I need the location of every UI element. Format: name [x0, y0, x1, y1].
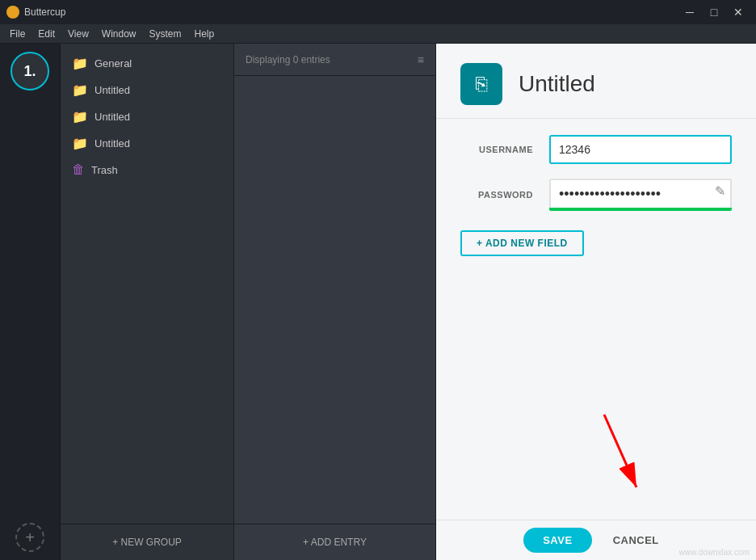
detail-header: ⎘ Untitled	[436, 44, 756, 119]
entry-icon-symbol: ⎘	[476, 73, 487, 95]
add-field-button[interactable]: + ADD NEW FIELD	[460, 230, 584, 256]
group-name: Untitled	[94, 137, 130, 149]
group-name: Untitled	[94, 84, 130, 96]
filter-icon[interactable]: ≡	[418, 53, 424, 66]
entry-panel: Displaying 0 entries ≡ + ADD ENTRY	[234, 44, 436, 560]
group-name: Untitled	[94, 111, 130, 123]
entry-header: Displaying 0 entries ≡	[234, 44, 435, 76]
entry-footer: + ADD ENTRY	[234, 524, 435, 560]
entry-title: Untitled	[519, 71, 595, 97]
menu-edit[interactable]: Edit	[32, 27, 61, 41]
save-button[interactable]: SAVE	[523, 528, 591, 553]
add-vault-icon: +	[25, 528, 35, 547]
svg-line-2	[604, 415, 636, 487]
menu-view[interactable]: View	[61, 27, 95, 41]
menu-help[interactable]: Help	[188, 27, 221, 41]
password-input[interactable]	[549, 179, 732, 208]
title-bar: Buttercup ─ □ ✕	[0, 0, 756, 24]
folder-icon: 📁	[72, 136, 88, 151]
folder-icon: 📁	[72, 109, 88, 124]
edit-password-icon: ✎	[715, 184, 725, 198]
menu-file[interactable]: File	[3, 27, 32, 41]
window-controls: ─ □ ✕	[678, 4, 750, 20]
username-row: USERNAME	[460, 135, 732, 164]
menu-system[interactable]: System	[143, 27, 188, 41]
vault-sidebar: 1. +	[0, 44, 61, 560]
username-input[interactable]	[549, 135, 732, 164]
folder-icon: 📁	[72, 82, 88, 98]
group-item-untitled-2[interactable]: 📁 Untitled	[61, 103, 233, 130]
watermark: www.downxlax.com	[679, 548, 750, 557]
title-bar-title: Buttercup	[24, 6, 65, 18]
group-item-general[interactable]: 📁 General	[61, 50, 233, 77]
trash-icon: 🗑	[72, 162, 85, 177]
minimize-button[interactable]: ─	[678, 4, 701, 20]
arrow-annotation	[588, 406, 685, 503]
detail-fields: USERNAME PASSWORD ✎	[436, 119, 756, 227]
new-group-button[interactable]: + NEW GROUP	[112, 537, 182, 548]
password-toggle-button[interactable]: ✎	[715, 183, 725, 199]
vault-item-1[interactable]: 1.	[10, 52, 49, 91]
cancel-button[interactable]: CANCEL	[603, 528, 669, 553]
group-footer: + NEW GROUP	[61, 524, 233, 560]
title-bar-left: Buttercup	[6, 6, 65, 19]
password-wrapper: ✎	[549, 179, 732, 211]
group-item-untitled-3[interactable]: 📁 Untitled	[61, 130, 233, 157]
group-list: 📁 General 📁 Untitled 📁 Untitled 📁 Untitl…	[61, 44, 233, 524]
password-row: PASSWORD ✎	[460, 179, 732, 211]
username-label: USERNAME	[460, 145, 533, 154]
menu-bar: File Edit View Window System Help	[0, 24, 756, 44]
group-item-trash[interactable]: 🗑 Trash	[61, 157, 233, 183]
add-vault-button[interactable]: +	[15, 523, 44, 552]
close-button[interactable]: ✕	[727, 4, 750, 20]
group-panel: 📁 General 📁 Untitled 📁 Untitled 📁 Untitl…	[61, 44, 234, 560]
add-entry-button[interactable]: + ADD ENTRY	[303, 537, 367, 548]
entry-list	[234, 76, 435, 524]
menu-window[interactable]: Window	[95, 27, 143, 41]
vault-label: 1.	[23, 63, 36, 80]
maximize-button[interactable]: □	[703, 4, 725, 20]
svg-point-0	[10, 9, 16, 15]
password-strength-bar	[549, 208, 732, 211]
password-label: PASSWORD	[460, 190, 533, 200]
app-icon	[6, 6, 19, 19]
entry-count-label: Displaying 0 entries	[246, 54, 330, 65]
group-name: Trash	[91, 164, 118, 176]
folder-icon: 📁	[72, 56, 88, 71]
group-name: General	[94, 57, 132, 69]
group-item-untitled-1[interactable]: 📁 Untitled	[61, 77, 233, 103]
entry-icon: ⎘	[460, 63, 502, 105]
app-body: 1. + 📁 General 📁 Untitled 📁 Untitled 📁 U…	[0, 44, 756, 560]
detail-panel: ⎘ Untitled USERNAME PASSWORD ✎	[436, 44, 756, 560]
